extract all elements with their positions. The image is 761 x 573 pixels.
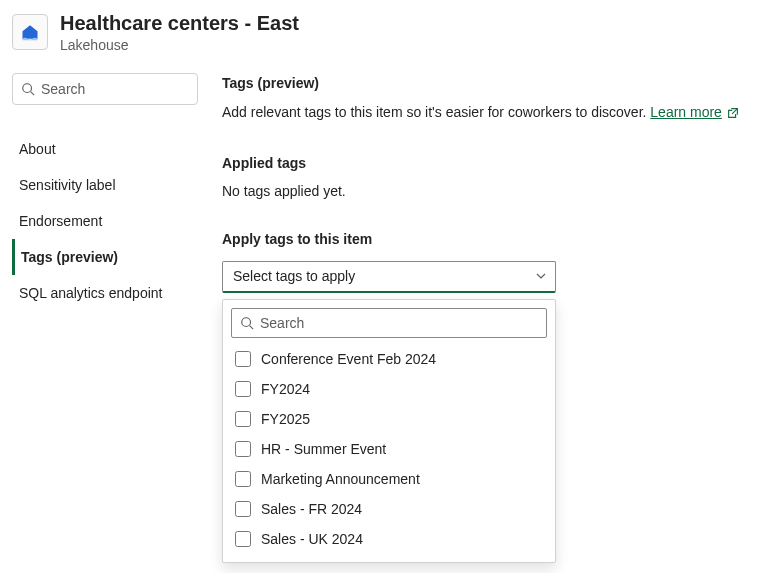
- tag-option-label: Conference Event Feb 2024: [261, 351, 436, 367]
- dropdown-search[interactable]: [231, 308, 547, 338]
- header-text: Healthcare centers - East Lakehouse: [60, 10, 299, 53]
- tag-option-label: FY2024: [261, 381, 310, 397]
- tag-option-label: FY2025: [261, 411, 310, 427]
- applied-tags-status: No tags applied yet.: [222, 183, 749, 199]
- tag-option-label: Sales - FR 2024: [261, 501, 362, 517]
- section-description: Add relevant tags to this item so it's e…: [222, 103, 749, 123]
- header: Healthcare centers - East Lakehouse: [0, 0, 761, 67]
- svg-point-2: [242, 317, 251, 326]
- sidebar-item-endorsement[interactable]: Endorsement: [12, 203, 198, 239]
- page-title: Healthcare centers - East: [60, 10, 299, 36]
- tag-option-label: Sales - UK 2024: [261, 531, 363, 547]
- tag-checkbox[interactable]: [235, 411, 251, 427]
- tag-checkbox[interactable]: [235, 351, 251, 367]
- sidebar-item-sensitivity-label[interactable]: Sensitivity label: [12, 167, 198, 203]
- tag-checkbox[interactable]: [235, 501, 251, 517]
- tag-checkbox[interactable]: [235, 531, 251, 547]
- applied-tags-heading: Applied tags: [222, 155, 749, 171]
- sidebar-item-sql-analytics-endpoint[interactable]: SQL analytics endpoint: [12, 275, 198, 311]
- sidebar-search-input[interactable]: [41, 81, 216, 97]
- tag-options-list: Conference Event Feb 2024FY2024FY2025HR …: [231, 344, 547, 554]
- item-icon: [12, 14, 48, 50]
- sidebar-nav: AboutSensitivity labelEndorsementTags (p…: [12, 131, 198, 311]
- tags-dropdown: Conference Event Feb 2024FY2024FY2025HR …: [222, 299, 556, 563]
- external-link-icon: [726, 106, 740, 120]
- tags-select-trigger[interactable]: Select tags to apply: [222, 261, 556, 293]
- search-icon: [21, 82, 35, 96]
- sidebar-item-about[interactable]: About: [12, 131, 198, 167]
- sidebar-search[interactable]: [12, 73, 198, 105]
- learn-more-label: Learn more: [650, 103, 722, 123]
- chevron-down-icon: [535, 270, 547, 282]
- content: Tags (preview) Add relevant tags to this…: [222, 73, 749, 563]
- search-icon: [240, 316, 254, 330]
- svg-line-3: [250, 325, 254, 329]
- section-title: Tags (preview): [222, 75, 749, 91]
- svg-point-0: [23, 84, 32, 93]
- svg-line-1: [31, 92, 35, 96]
- tag-checkbox[interactable]: [235, 441, 251, 457]
- sidebar: AboutSensitivity labelEndorsementTags (p…: [12, 73, 198, 563]
- tag-option[interactable]: Sales - FR 2024: [231, 494, 547, 524]
- tag-option-label: HR - Summer Event: [261, 441, 386, 457]
- tag-option[interactable]: HR - Summer Event: [231, 434, 547, 464]
- tag-option[interactable]: Marketing Announcement: [231, 464, 547, 494]
- lakehouse-icon: [20, 22, 40, 42]
- item-type-label: Lakehouse: [60, 37, 299, 53]
- dropdown-search-input[interactable]: [260, 315, 538, 331]
- tag-option[interactable]: Conference Event Feb 2024: [231, 344, 547, 374]
- tag-option[interactable]: Sales - UK 2024: [231, 524, 547, 554]
- tag-option[interactable]: FY2024: [231, 374, 547, 404]
- tag-checkbox[interactable]: [235, 471, 251, 487]
- tag-option-label: Marketing Announcement: [261, 471, 420, 487]
- learn-more-link[interactable]: Learn more: [650, 103, 740, 123]
- sidebar-item-tags-preview-[interactable]: Tags (preview): [12, 239, 198, 275]
- apply-tags-heading: Apply tags to this item: [222, 231, 749, 247]
- tag-checkbox[interactable]: [235, 381, 251, 397]
- tag-option[interactable]: FY2025: [231, 404, 547, 434]
- description-text: Add relevant tags to this item so it's e…: [222, 104, 646, 120]
- select-placeholder: Select tags to apply: [233, 268, 355, 284]
